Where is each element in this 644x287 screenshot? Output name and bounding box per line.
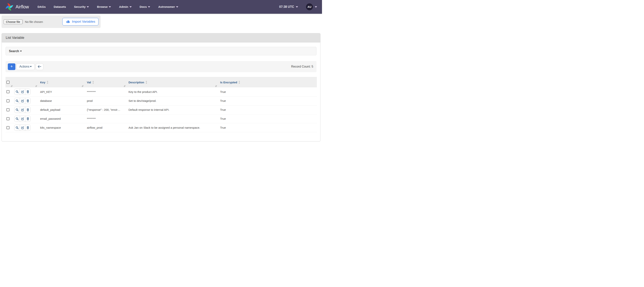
nav-item-admin[interactable]: Admin — [115, 0, 136, 14]
edit-record-button[interactable] — [20, 107, 25, 113]
import-variables-button[interactable]: Import Variables — [62, 18, 98, 26]
nav-item-datasets[interactable]: Datasets — [50, 0, 70, 14]
edit-pencil-icon — [21, 126, 24, 129]
choose-file-button[interactable]: Choose file — [4, 20, 22, 24]
edit-record-button[interactable] — [20, 98, 25, 104]
arrow-left-icon — [38, 65, 42, 68]
table-row: k8s_namespace airflow_prod Ask Jan on Sl… — [6, 123, 317, 132]
chevron-down-icon — [30, 66, 32, 67]
view-record-button[interactable] — [14, 89, 20, 95]
row-actions — [14, 98, 30, 104]
list-variable-panel: List Variable Search + Actions Record Co… — [2, 33, 320, 141]
column-resize-handle[interactable] — [35, 85, 37, 87]
nav-item-browse[interactable]: Browse — [93, 0, 115, 14]
back-button[interactable] — [36, 63, 43, 70]
nav-item-security[interactable]: Security — [70, 0, 93, 14]
chevron-down-icon — [315, 6, 317, 8]
cell-is-encrypted: True — [217, 123, 317, 132]
add-record-button[interactable]: + — [8, 63, 16, 70]
airflow-brand[interactable]: Airflow — [5, 3, 29, 11]
sort-icon — [238, 81, 240, 84]
magnifier-icon — [16, 117, 19, 120]
edit-pencil-icon — [21, 117, 24, 120]
cell-key: k8s_namespace — [37, 123, 84, 132]
file-status-text: No file chosen — [25, 20, 43, 24]
divider — [23, 20, 23, 24]
view-record-button[interactable] — [14, 107, 20, 113]
edit-record-button[interactable] — [20, 89, 25, 95]
cell-key: API_KEY — [37, 87, 84, 96]
row-checkbox[interactable] — [6, 117, 10, 120]
trash-icon — [26, 108, 29, 111]
airflow-pinwheel-logo-icon — [5, 3, 14, 11]
edit-pencil-icon — [21, 99, 24, 102]
cell-description: Key to the product API. — [126, 87, 217, 96]
file-input: Choose file No file chosen — [4, 20, 43, 24]
view-record-button[interactable] — [14, 125, 20, 131]
column-resize-handle[interactable] — [124, 85, 126, 87]
nav-item-astronomer[interactable]: Astronomer — [154, 0, 182, 14]
panel-body: Search + Actions Record Count: 5 — [2, 43, 320, 141]
magnifier-icon — [16, 99, 19, 102]
view-record-button[interactable] — [14, 116, 20, 122]
edit-record-button[interactable] — [20, 116, 25, 122]
row-actions — [14, 116, 30, 122]
table-row: database prod Set to dev/stage/prod. Tru… — [6, 96, 317, 105]
navbar-right: 07:38 UTC AU — [279, 4, 317, 10]
header-is-encrypted[interactable]: Is Encrypted — [217, 77, 317, 87]
delete-record-button[interactable] — [25, 125, 30, 131]
cell-description: Ask Jan on Slack to be assigned a person… — [126, 123, 217, 132]
delete-record-button[interactable] — [25, 98, 30, 104]
delete-record-button[interactable] — [25, 89, 30, 95]
nav-item-dags[interactable]: DAGs — [34, 0, 50, 14]
actions-dropdown-button[interactable]: Actions — [16, 63, 34, 70]
table-toolbar: + Actions Record Count: 5 — [6, 61, 316, 72]
cell-is-encrypted: True — [217, 87, 317, 96]
cell-val: {"response" : 200, "envir… — [84, 105, 126, 114]
row-checkbox[interactable] — [6, 90, 10, 93]
header-description[interactable]: Description — [126, 77, 217, 87]
magnifier-icon — [16, 108, 19, 111]
header-actions-cell — [13, 77, 37, 87]
table-row: email_password ******** True — [6, 114, 317, 123]
table-header-row: Key Val Description Is Encrypted — [6, 77, 317, 87]
sort-icon — [146, 81, 147, 84]
edit-pencil-icon — [21, 108, 24, 111]
row-actions — [14, 107, 30, 113]
user-menu[interactable]: AU — [306, 4, 317, 10]
chevron-down-icon — [176, 6, 178, 8]
cell-is-encrypted: True — [217, 96, 317, 105]
top-navbar: Airflow DAGs Datasets Security Browse Ad… — [0, 0, 322, 14]
edit-pencil-icon — [21, 90, 24, 93]
delete-record-button[interactable] — [25, 116, 30, 122]
row-checkbox[interactable] — [6, 99, 10, 102]
nav-links: DAGs Datasets Security Browse Admin Docs… — [34, 0, 182, 14]
view-record-button[interactable] — [14, 98, 20, 104]
row-checkbox[interactable] — [6, 126, 10, 129]
column-resize-handle[interactable] — [215, 85, 217, 87]
cell-key: database — [37, 96, 84, 105]
select-all-checkbox[interactable] — [6, 81, 10, 84]
column-resize-handle[interactable] — [11, 85, 12, 87]
edit-record-button[interactable] — [20, 125, 25, 131]
cloud-upload-icon — [66, 20, 70, 24]
header-val[interactable]: Val — [84, 77, 126, 87]
search-dropdown[interactable]: Search — [6, 47, 316, 55]
header-checkbox-cell — [6, 77, 13, 87]
row-actions — [14, 89, 30, 95]
trash-icon — [26, 117, 29, 120]
delete-record-button[interactable] — [25, 107, 30, 113]
brand-name: Airflow — [16, 4, 29, 10]
timezone-dropdown[interactable]: 07:38 UTC — [279, 5, 298, 9]
cell-val: airflow_prod — [84, 123, 126, 132]
header-key[interactable]: Key — [37, 77, 84, 87]
panel-header: List Variable — [2, 33, 320, 43]
cell-description: Set to dev/stage/prod. — [126, 96, 217, 105]
page-title: List Variable — [6, 36, 24, 40]
row-checkbox[interactable] — [6, 108, 10, 111]
column-resize-handle[interactable] — [82, 85, 84, 87]
cell-description — [126, 114, 217, 123]
nav-item-docs[interactable]: Docs — [136, 0, 154, 14]
chevron-down-icon — [296, 6, 298, 8]
cell-val: ******** — [84, 87, 126, 96]
